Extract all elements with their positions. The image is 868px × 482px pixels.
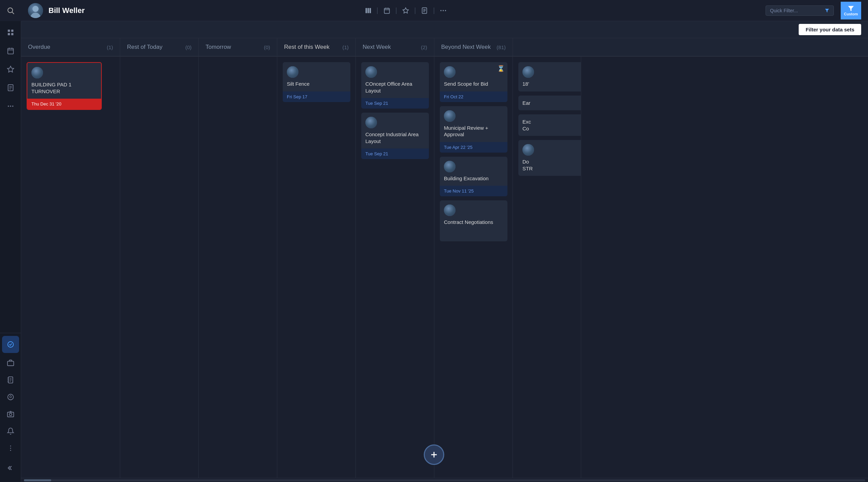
card-date-send-scope: Fri Oct 22 xyxy=(440,91,507,102)
topbar-more-btn[interactable] xyxy=(437,4,450,17)
sidebar-item-documents[interactable] xyxy=(2,79,19,96)
scroll-track xyxy=(24,479,865,481)
topbar-calendar-btn[interactable] xyxy=(380,4,393,17)
topbar-icons: | | | xyxy=(362,4,450,17)
card-avatar-building-pad xyxy=(31,67,43,79)
card-partial-18[interactable]: 18' xyxy=(518,62,581,91)
separator-4: | xyxy=(433,6,435,14)
column-overdue: BUILDING PAD 1 TURNOVER Thu Dec 31 '20 xyxy=(21,57,120,478)
hourglass-icon: ⌛ xyxy=(497,65,505,72)
calendar-view-icon xyxy=(383,7,390,14)
svg-rect-37 xyxy=(384,8,389,13)
briefcase-icon xyxy=(7,359,14,367)
quick-filter[interactable]: Quick Filter... xyxy=(766,5,834,16)
col-header-tomorrow: Tomorrow (0) xyxy=(199,38,277,56)
svg-rect-35 xyxy=(367,8,369,13)
card-send-scope[interactable]: Send Scope for Bid ⌛ Fri Oct 22 xyxy=(440,62,507,102)
col-header-rest-week: Rest of this Week (1) xyxy=(277,38,356,56)
sidebar-item-favorites[interactable] xyxy=(2,61,19,78)
card-avatar-concept-industrial xyxy=(365,117,377,128)
card-building-excavation[interactable]: Building Excavation Tue Nov 11 '25 xyxy=(440,157,507,197)
svg-marker-49 xyxy=(825,9,829,12)
camera-icon xyxy=(7,410,14,418)
sidebar-search-button[interactable] xyxy=(0,0,21,21)
svg-rect-4 xyxy=(8,33,10,35)
sidebar-item-more-top[interactable] xyxy=(2,98,19,115)
user-avatar[interactable] xyxy=(28,3,43,18)
more-horiz-icon xyxy=(7,102,14,110)
filter-icon xyxy=(825,8,829,13)
sidebar-item-tasks[interactable] xyxy=(2,336,19,353)
scroll-thumb[interactable] xyxy=(24,479,51,481)
sidebar xyxy=(0,0,21,482)
col-header-partial xyxy=(513,38,581,56)
col-next-week-label: Next Week xyxy=(363,44,391,51)
sidebar-item-collapse[interactable] xyxy=(2,459,19,477)
separator-3: | xyxy=(414,6,416,14)
card-avatar-silt-fence xyxy=(287,66,298,78)
quick-filter-text: Quick Filter... xyxy=(770,8,822,13)
horizontal-scrollbar[interactable] xyxy=(21,478,868,482)
svg-rect-19 xyxy=(7,361,13,366)
custom-filter-icon xyxy=(848,5,854,12)
add-task-button[interactable] xyxy=(424,444,444,465)
card-contract-negotiations[interactable]: Contract Negotiations xyxy=(440,200,507,241)
sidebar-item-notifications[interactable] xyxy=(2,423,19,440)
sidebar-item-goals[interactable] xyxy=(2,388,19,406)
card-title-excavation: Building Excavation xyxy=(444,175,503,182)
grid-icon xyxy=(7,29,14,36)
sidebar-item-more-bottom[interactable] xyxy=(2,440,19,457)
svg-rect-3 xyxy=(11,30,13,32)
custom-label: Custom xyxy=(844,12,858,16)
more-dots-icon xyxy=(7,444,14,452)
filter-datasets-button[interactable]: Filter your data sets xyxy=(799,24,861,35)
card-concept-industrial[interactable]: Concept Industrial Area Layout Tue Sep 2… xyxy=(361,113,429,159)
card-title-partial-18: 18' xyxy=(522,81,581,87)
more-horiz-view-icon xyxy=(440,8,447,13)
star-icon xyxy=(7,66,14,73)
main-content: Bill Weller | | xyxy=(21,0,868,482)
svg-point-0 xyxy=(8,8,13,13)
bell-icon xyxy=(7,427,14,435)
search-icon xyxy=(6,6,15,15)
card-title-early: Ear xyxy=(522,100,581,107)
card-title-building-pad: BUILDING PAD 1 TURNOVER xyxy=(31,81,97,95)
topbar-star-btn[interactable] xyxy=(399,4,412,17)
card-title-concept-industrial: Concept Industrial Area Layout xyxy=(365,131,425,144)
column-tomorrow xyxy=(199,57,277,478)
topbar-doc-btn[interactable] xyxy=(418,4,431,17)
sidebar-item-calendar[interactable] xyxy=(2,42,19,59)
card-title-send-scope: Send Scope for Bid xyxy=(444,81,503,87)
sidebar-item-dashboard[interactable] xyxy=(2,24,19,41)
card-partial-exc[interactable]: Exc Co xyxy=(518,114,581,136)
sidebar-item-notes[interactable] xyxy=(2,371,19,388)
svg-point-32 xyxy=(10,448,11,449)
col-tomorrow-label: Tomorrow xyxy=(206,44,231,51)
sidebar-item-projects[interactable] xyxy=(2,354,19,371)
svg-point-27 xyxy=(8,394,13,400)
svg-marker-50 xyxy=(848,6,854,11)
card-date-concept-office: Tue Sep 21 xyxy=(361,98,429,109)
card-partial-early[interactable]: Ear xyxy=(518,96,581,111)
card-partial-do-str[interactable]: Do STR xyxy=(518,140,581,176)
col-rest-today-label: Rest of Today xyxy=(127,44,163,51)
sidebar-item-photos[interactable] xyxy=(2,406,19,423)
custom-button[interactable]: Custom xyxy=(841,2,861,19)
card-avatar-partial-18 xyxy=(522,66,534,78)
col-rest-week-label: Rest of this Week xyxy=(284,44,330,51)
card-concept-office[interactable]: COncept Office Area Layout Tue Sep 21 xyxy=(361,62,429,109)
card-building-pad[interactable]: BUILDING PAD 1 TURNOVER Thu Dec 31 '20 xyxy=(27,62,102,110)
col-beyond-label: Beyond Next Week xyxy=(441,44,491,51)
card-avatar-concept-office xyxy=(365,66,377,78)
col-header-overdue: Overdue (1) xyxy=(21,38,120,56)
col-next-week-count: (2) xyxy=(421,44,427,50)
content-area: BUILDING PAD 1 TURNOVER Thu Dec 31 '20 S… xyxy=(21,57,868,478)
card-silt-fence[interactable]: Silt Fence Fri Sep 17 xyxy=(283,62,350,102)
soccer-icon xyxy=(7,393,14,401)
topbar-grid-view-btn[interactable] xyxy=(362,4,375,17)
user-name: Bill Weller xyxy=(48,6,353,15)
col-overdue-count: (1) xyxy=(107,44,113,50)
svg-point-48 xyxy=(445,10,446,11)
svg-point-33 xyxy=(10,450,11,451)
card-municipal-review[interactable]: Municipal Review + Approval Tue Apr 22 '… xyxy=(440,106,507,153)
